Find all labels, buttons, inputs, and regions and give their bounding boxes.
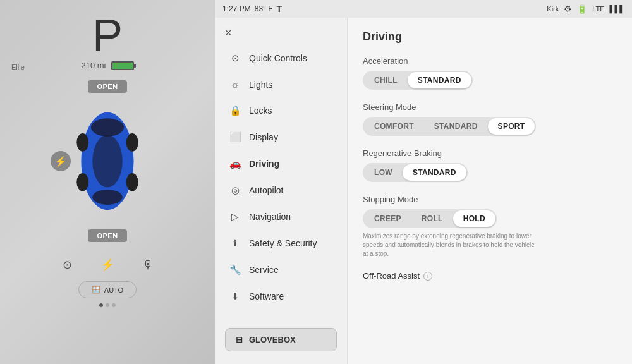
stopping-note: Maximizes range by extending regenerativ… — [363, 232, 540, 258]
driver-name: Ellie — [11, 63, 25, 71]
steering-standard-button[interactable]: STANDARD — [424, 118, 488, 135]
content-panel: Driving Acceleration CHILL STANDARD Stee… — [348, 18, 632, 364]
menu-label-locks: Locks — [249, 106, 272, 116]
menu-item-software[interactable]: ⬇ Software — [219, 283, 343, 310]
glovebox-button[interactable]: ⊟ GLOVEBOX — [225, 328, 337, 351]
service-icon: 🔧 — [229, 264, 241, 276]
locks-icon: 🔒 — [229, 105, 241, 116]
status-user: Kirk — [547, 5, 559, 13]
settings-icon[interactable]: ⚙ — [564, 4, 572, 14]
status-left: 1:27 PM 83° F T — [222, 4, 282, 14]
microphone-icon[interactable]: 🎙 — [138, 255, 158, 275]
dot-3 — [112, 303, 116, 307]
menu-label-driving: Driving — [249, 159, 279, 169]
quick-controls-icon: ⊙ — [229, 52, 241, 64]
content-title: Driving — [363, 30, 617, 44]
gear-indicator: P — [92, 13, 123, 58]
auto-label: AUTO — [104, 286, 123, 294]
off-road-label: Off-Road Assist — [363, 271, 420, 281]
steering-btn-group: COMFORT STANDARD SPORT — [363, 117, 536, 136]
menu-label-autopilot: Autopilot — [249, 185, 283, 195]
steering-label: Steering Mode — [363, 102, 617, 112]
bottom-icons: ⊙ ⚡ 🎙 — [57, 255, 158, 275]
driving-icon: 🚗 — [229, 158, 241, 169]
menu-label-quick-controls: Quick Controls — [249, 53, 307, 63]
glovebox-icon: ⊟ — [236, 335, 243, 344]
regen-standard-button[interactable]: STANDARD — [403, 164, 466, 181]
menu-item-service[interactable]: 🔧 Service — [219, 257, 343, 283]
status-temp: 83° F — [255, 4, 273, 13]
glovebox-label: GLOVEBOX — [249, 335, 296, 344]
acceleration-chill-button[interactable]: CHILL — [364, 72, 408, 88]
tesla-logo: T — [277, 4, 283, 14]
battery-bar — [111, 61, 134, 70]
battery-icon: 🔋 — [577, 4, 587, 14]
car-area: ⚡ — [44, 98, 171, 224]
svg-point-6 — [76, 133, 88, 152]
off-road-section: Off-Road Assist i — [363, 271, 617, 281]
power-icon[interactable]: ⚡ — [97, 255, 118, 275]
menu-label-service: Service — [249, 265, 279, 275]
left-panel: P 210 mi Ellie OPEN ⚡ OPEN ⊙ — [0, 0, 215, 364]
dot-1 — [99, 303, 103, 307]
regen-section: Regenerative Braking LOW STANDARD — [363, 149, 617, 182]
menu-label-software: Software — [249, 291, 284, 301]
stopping-creep-button[interactable]: CREEP — [364, 210, 411, 227]
svg-point-1 — [91, 118, 124, 136]
wiper-icon: 🪟 — [92, 286, 100, 294]
menu-label-display: Display — [249, 132, 278, 142]
navigation-icon: ▷ — [229, 211, 241, 222]
steering-sport-button[interactable]: SPORT — [488, 118, 535, 135]
menu-item-driving[interactable]: 🚗 Driving — [219, 150, 343, 177]
range-value: 210 mi — [81, 61, 106, 70]
off-road-info-icon[interactable]: i — [423, 272, 432, 281]
regen-low-button[interactable]: LOW — [364, 164, 403, 181]
display-icon: ⬜ — [229, 131, 241, 143]
open-bottom-button[interactable]: OPEN — [88, 229, 126, 242]
circle-icon[interactable]: ⊙ — [57, 255, 77, 275]
svg-point-9 — [126, 173, 138, 191]
lights-icon: ☼ — [229, 79, 241, 90]
steering-section: Steering Mode COMFORT STANDARD SPORT — [363, 102, 617, 136]
menu-item-quick-controls[interactable]: ⊙ Quick Controls — [219, 45, 343, 71]
dot-2 — [106, 303, 109, 307]
stopping-btn-group: CREEP ROLL HOLD — [363, 209, 497, 228]
status-time: 1:27 PM — [222, 4, 251, 13]
menu-label-navigation: Navigation — [249, 212, 291, 222]
menu-item-navigation[interactable]: ▷ Navigation — [219, 203, 343, 230]
acceleration-btn-group: CHILL STANDARD — [363, 71, 473, 90]
steering-comfort-button[interactable]: COMFORT — [364, 118, 424, 135]
signal-label: LTE — [592, 5, 604, 13]
svg-point-8 — [76, 173, 88, 191]
autopilot-icon: ◎ — [229, 185, 241, 196]
stopping-label: Stopping Mode — [363, 195, 617, 204]
menu-panel: × ⊙ Quick Controls ☼ Lights 🔒 Locks ⬜ Di… — [215, 18, 348, 364]
acceleration-standard-button[interactable]: STANDARD — [408, 72, 471, 88]
svg-point-7 — [126, 133, 138, 152]
page-dots — [99, 303, 116, 307]
stopping-hold-button[interactable]: HOLD — [453, 210, 495, 227]
status-right: Kirk ⚙ 🔋 LTE ▌▌▌ — [547, 4, 624, 14]
regen-btn-group: LOW STANDARD — [363, 163, 468, 182]
safety-icon: ℹ — [229, 238, 241, 249]
menu-item-locks[interactable]: 🔒 Locks — [219, 97, 343, 124]
menu-item-autopilot[interactable]: ◎ Autopilot — [219, 177, 343, 203]
car-image — [66, 101, 149, 221]
status-bar: 1:27 PM 83° F T Kirk ⚙ 🔋 LTE ▌▌▌ — [215, 0, 632, 18]
signal-bars-icon: ▌▌▌ — [610, 5, 624, 13]
auto-button[interactable]: 🪟 AUTO — [78, 281, 137, 298]
acceleration-label: Acceleration — [363, 56, 617, 66]
lightning-icon: ⚡ — [51, 151, 71, 171]
svg-point-3 — [92, 135, 123, 187]
menu-close-button[interactable]: × — [215, 18, 347, 45]
range-info: 210 mi — [81, 61, 133, 70]
menu-item-display[interactable]: ⬜ Display — [219, 124, 343, 150]
menu-item-safety[interactable]: ℹ Safety & Security — [219, 230, 343, 257]
menu-item-lights[interactable]: ☼ Lights — [219, 71, 343, 97]
menu-label-safety: Safety & Security — [249, 238, 317, 248]
stopping-roll-button[interactable]: ROLL — [411, 210, 453, 227]
open-top-button[interactable]: OPEN — [88, 80, 126, 93]
acceleration-section: Acceleration CHILL STANDARD — [363, 56, 617, 90]
regen-label: Regenerative Braking — [363, 149, 617, 158]
svg-point-2 — [92, 190, 123, 205]
